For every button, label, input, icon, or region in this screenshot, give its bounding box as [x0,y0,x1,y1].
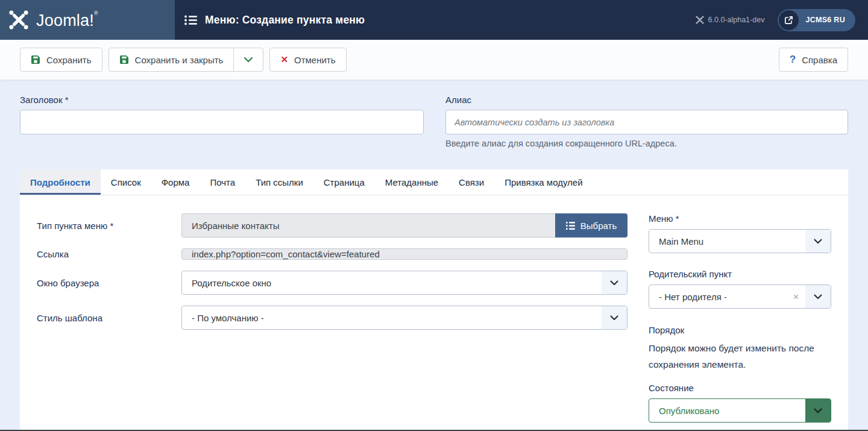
cancel-label: Отменить [294,55,336,65]
title-alias-row: Заголовок * Алиас Введите алиас для созд… [20,95,848,148]
title-label: Заголовок * [20,95,424,105]
menu-label: Меню * [649,213,831,224]
save-button[interactable]: Сохранить [20,48,102,72]
ordering-label: Порядок [649,325,831,335]
tab-associations[interactable]: Связи [448,169,494,195]
parent-item-label: Родительский пункт [649,269,831,279]
save-icon [119,55,129,64]
details-right-column: Меню * Main Menu Родительский пункт - Не… [649,213,831,423]
question-mark-icon: ? [790,54,796,66]
list-icon [566,222,575,230]
browser-window-label: Окно браузера [37,278,181,288]
joomla-version-icon [696,16,704,24]
brand-wordmark: Joomla!® [36,10,98,30]
tab-form[interactable]: Форма [151,169,200,195]
chevron-down-icon [805,285,831,308]
template-style-selected-value: - По умолчанию - [192,313,264,323]
chevron-down-icon [805,230,831,253]
menu-selected-value: Main Menu [659,236,703,247]
browser-window-selected-value: Родительское окно [192,278,271,288]
status-label: Состояние [649,383,831,393]
page-title: Меню: Создание пункта меню [205,14,365,27]
details-left-column: Тип пункта меню * Избранные контакты [37,213,627,423]
browser-window-select[interactable]: Родительское окно [181,271,627,295]
page-title-block: Меню: Создание пункта меню [175,0,696,40]
alias-input[interactable] [445,110,848,134]
tab-page-display[interactable]: Страница [313,169,375,195]
tab-list[interactable]: Список [101,169,151,195]
save-options-dropdown-toggle[interactable] [233,48,263,72]
chevron-down-icon [244,57,253,63]
menu-select[interactable]: Main Menu [649,229,831,253]
menu-item-type-label: Тип пункта меню * [37,221,181,231]
help-button[interactable]: ? Справка [779,48,848,72]
template-style-select[interactable]: - По умолчанию - [181,306,627,330]
chevron-down-icon [805,399,831,422]
field-row-browser-window: Окно браузера Родительское окно [37,271,627,295]
version-text: 6.0.0-alpha1-dev [708,16,765,24]
status-select[interactable]: Опубликовано [649,398,831,423]
title-input[interactable] [20,110,424,134]
template-style-controls: - По умолчанию - [181,306,627,330]
link-controls: index.php?option=com_contact&view=featur… [181,248,627,260]
save-close-group: Сохранить и закрыть [108,48,264,72]
status-selected-value: Опубликовано [659,406,719,416]
registered-mark: ® [94,10,98,16]
cancel-button[interactable]: ✕ Отменить [269,48,346,72]
ordering-note: Порядок можно будет изменить после сохра… [649,340,831,373]
tab-metadata[interactable]: Метаданные [375,169,448,195]
chevron-down-icon [602,306,627,329]
template-style-label: Стиль шаблона [37,313,181,323]
form-tabs: Подробности Список Форма Почта Тип ссылк… [20,169,848,195]
select-button-label: Выбрать [580,221,617,231]
joomla-logo-link[interactable]: Joomla!® [0,0,175,40]
browser-window-controls: Родительское окно [181,271,627,295]
menu-item-type-controls: Избранные контакты Выбрать [181,213,627,238]
save-label: Сохранить [46,55,92,65]
menu-item-type-value: Избранные контакты [181,213,555,238]
save-icon [31,55,40,64]
joomla-logo-icon [8,9,30,31]
tab-link-type[interactable]: Тип ссылки [245,169,313,195]
link-label: Ссылка [37,249,181,259]
alias-field-group: Алиас Введите алиас для создания сокраще… [445,95,848,148]
clear-selection-icon[interactable]: ✕ [793,292,799,301]
select-menu-item-type-button[interactable]: Выбрать [555,213,627,238]
edit-form-card: Подробности Список Форма Почта Тип ссылк… [20,169,848,431]
parent-item-select[interactable]: - Нет родителя - ✕ [649,285,831,309]
preview-site-label: JCMS6 RU [805,16,845,24]
external-link-icon [779,10,799,30]
field-row-link: Ссылка index.php?option=com_contact&view… [37,248,627,260]
details-tab-panel: Тип пункта меню * Избранные контакты [20,195,848,431]
main-content: Заголовок * Алиас Введите алиас для созд… [0,95,868,431]
alias-label: Алиас [445,95,848,105]
field-row-menu-item-type: Тип пункта меню * Избранные контакты [37,213,627,238]
header-right: 6.0.0-alpha1-dev JCMS6 RU [696,0,868,40]
help-label: Справка [802,55,837,65]
tab-mail[interactable]: Почта [200,169,245,195]
tab-module-assignment[interactable]: Привязка модулей [494,169,593,195]
action-toolbar: Сохранить Сохранить и закрыть ✕ Отменить… [0,40,868,80]
cancel-x-icon: ✕ [280,54,288,65]
admin-header: Joomla!® Меню: Создание пункта меню [0,0,868,40]
version-badge: 6.0.0-alpha1-dev [696,16,765,24]
link-value: index.php?option=com_contact&view=featur… [181,248,627,260]
chevron-down-icon [602,271,627,294]
list-ul-icon [184,15,197,25]
alias-help-text: Введите алиас для создания сокращенного … [445,139,848,148]
tab-details[interactable]: Подробности [20,169,101,195]
save-close-button[interactable]: Сохранить и закрыть [108,48,234,72]
parent-item-selected-value: - Нет родителя - [659,292,727,302]
title-field-group: Заголовок * [20,95,424,148]
preview-site-button[interactable]: JCMS6 RU [778,9,855,31]
field-row-template-style: Стиль шаблона - По умолчанию - [37,306,627,330]
save-close-label: Сохранить и закрыть [135,55,224,65]
